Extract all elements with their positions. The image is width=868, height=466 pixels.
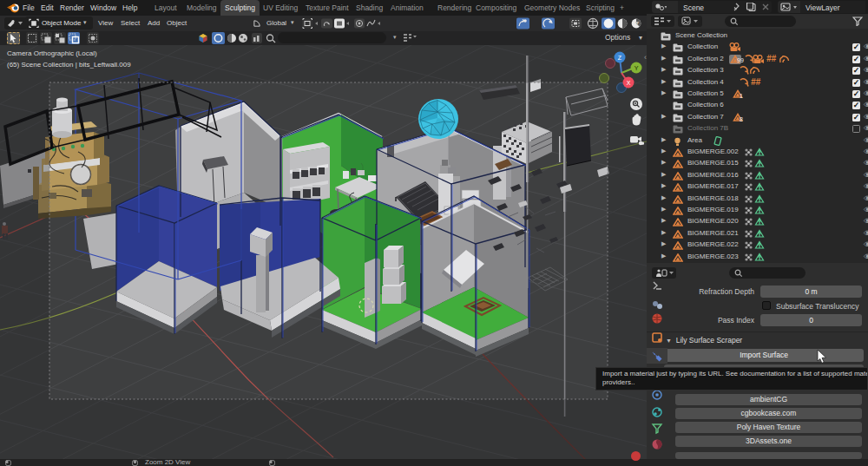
svg-text:X: X bbox=[627, 80, 631, 86]
svg-text:Z: Z bbox=[618, 55, 622, 61]
svg-text:(65) Scene Collection | bits_L: (65) Scene Collection | bits_Leftwall.00… bbox=[7, 61, 131, 69]
svg-text:Camera Orthographic (Local): Camera Orthographic (Local) bbox=[7, 49, 97, 57]
svg-text:Y: Y bbox=[635, 65, 639, 71]
